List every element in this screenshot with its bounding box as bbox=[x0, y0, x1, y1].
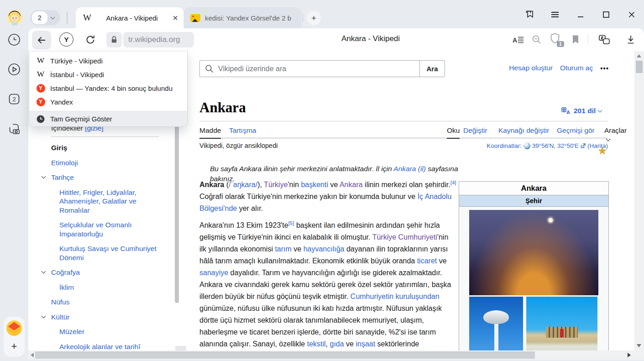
sidebar: 2 + bbox=[0, 28, 28, 361]
toc-item[interactable]: Hititler, Frigler, Lidyalılar, Ahamenişl… bbox=[41, 188, 161, 215]
toc-item[interactable]: Coğrafya bbox=[41, 268, 161, 277]
article-title: Ankara bbox=[199, 99, 246, 116]
chevron-down-icon[interactable] bbox=[42, 269, 46, 274]
svg-text:2: 2 bbox=[12, 96, 16, 103]
chevron-down-icon bbox=[606, 137, 611, 141]
coordinates-value[interactable]: 39°56′N, 32°50′E bbox=[532, 142, 579, 149]
tab-article[interactable]: Madde bbox=[199, 126, 221, 135]
language-selector[interactable]: A 201 dil bbox=[561, 107, 602, 115]
sidebar-widgets-panel: + bbox=[4, 317, 25, 357]
tab-ankara-vikipedi[interactable]: W Ankara - Vikipedi × bbox=[76, 7, 183, 28]
scroll-right-arrow-icon[interactable] bbox=[628, 353, 631, 357]
divider bbox=[51, 136, 159, 137]
tabs-panel-button[interactable]: 2 bbox=[7, 92, 21, 106]
mail-button[interactable] bbox=[6, 320, 22, 336]
horizontal-scrollbar-thumb[interactable] bbox=[35, 351, 535, 359]
side-panels-button[interactable] bbox=[523, 8, 536, 21]
new-tab-button[interactable]: + bbox=[307, 11, 321, 25]
toc-item[interactable]: Kültür bbox=[41, 313, 161, 322]
tower-shaft bbox=[494, 320, 498, 351]
infobox-image-collage bbox=[459, 207, 608, 351]
wikipedia-w-icon: W bbox=[37, 56, 44, 65]
video-button[interactable] bbox=[7, 63, 21, 76]
divider bbox=[199, 121, 608, 121]
profile-avatar[interactable] bbox=[6, 9, 23, 26]
svg-text:A: A bbox=[566, 110, 570, 115]
history-item[interactable]: W Türkiye - Vikipedi bbox=[29, 54, 187, 68]
tab-counter[interactable]: 2 bbox=[30, 10, 60, 26]
coordinates-label[interactable]: Koordinatlar: bbox=[487, 142, 522, 149]
tab-edit[interactable]: Değiştir bbox=[463, 126, 487, 135]
history-item[interactable]: Y Istanbul — Yandex: 4 bin sonuç bulundu bbox=[29, 81, 187, 95]
find-zoom-button[interactable] bbox=[530, 33, 543, 46]
chevron-down-icon[interactable] bbox=[42, 174, 46, 179]
chevron-down-icon bbox=[598, 108, 602, 113]
tab-edit-source[interactable]: Kaynağı değiştir bbox=[498, 126, 549, 135]
yandex-button[interactable]: Y bbox=[59, 32, 73, 47]
downloads-button[interactable] bbox=[624, 33, 637, 46]
protect-button[interactable]: 1 bbox=[549, 32, 563, 47]
site-security-button[interactable] bbox=[106, 32, 122, 47]
translate-button[interactable] bbox=[598, 33, 611, 46]
vertical-scrollbar[interactable] bbox=[634, 51, 644, 351]
address-bar[interactable]: tr.wikipedia.org bbox=[123, 32, 194, 47]
close-tab-icon[interactable]: × bbox=[173, 13, 178, 22]
reload-button[interactable] bbox=[84, 33, 97, 46]
toc-item[interactable]: Müzeler bbox=[41, 327, 161, 336]
more-options-button[interactable]: ••• bbox=[600, 64, 609, 72]
tab-tools[interactable]: Araçlar bbox=[604, 126, 627, 143]
close-window-button[interactable] bbox=[625, 8, 638, 21]
toc-item[interactable]: Giriş bbox=[41, 143, 161, 152]
chevron-down-icon[interactable] bbox=[42, 314, 46, 318]
external-link-icon bbox=[581, 143, 586, 148]
search-submit-button[interactable]: Ara bbox=[419, 61, 445, 77]
scroll-left-arrow-icon[interactable] bbox=[31, 353, 34, 357]
maximize-button[interactable] bbox=[600, 8, 613, 21]
tab-history[interactable]: Geçmişi gör bbox=[557, 126, 595, 135]
toc-scrollbar[interactable] bbox=[175, 124, 179, 303]
toc-item[interactable]: Arkeolojik alanlar ve tarihî kalıntılar bbox=[41, 342, 161, 351]
wiki-search-box: Ara bbox=[199, 60, 445, 77]
tab-yandex-gorsel[interactable]: kedisi: Yandex Görsel'de 2 b bbox=[184, 7, 301, 28]
screenshot-button[interactable] bbox=[7, 122, 21, 136]
history-item[interactable]: Y Yandex bbox=[29, 95, 187, 109]
tab-talk[interactable]: Tartışma bbox=[229, 126, 256, 135]
add-widget-button[interactable]: + bbox=[4, 339, 25, 354]
divider bbox=[588, 34, 588, 45]
globe-icon[interactable] bbox=[524, 142, 530, 149]
vertical-scrollbar-thumb[interactable] bbox=[636, 61, 643, 73]
toc-item[interactable]: İklim bbox=[41, 283, 161, 292]
back-button[interactable] bbox=[32, 31, 51, 49]
toc-item[interactable]: Tarihçe bbox=[41, 173, 161, 182]
anitkabir-photo[interactable] bbox=[526, 297, 597, 351]
show-full-history-button[interactable]: Tam Geçmişi Göster bbox=[29, 111, 187, 126]
toc-item[interactable]: Nüfus bbox=[41, 298, 161, 307]
toolbar-page-title: Ankara - Vikipedi bbox=[257, 34, 485, 43]
toc-item[interactable]: Selçuklular ve Osmanlı İmparatorluğu bbox=[41, 220, 161, 238]
atakule-tower-photo[interactable] bbox=[469, 297, 523, 351]
search-input[interactable] bbox=[218, 61, 419, 77]
paragraph-economy: Ankara'nın 13 Ekim 1923'te[5] başkent il… bbox=[199, 220, 456, 351]
browser-menu-button[interactable] bbox=[549, 8, 561, 21]
tab-read[interactable]: Oku bbox=[447, 126, 460, 135]
mail-icon bbox=[6, 320, 22, 336]
bookmark-button[interactable] bbox=[569, 33, 582, 46]
toc-list: Giriş Etimoloji Tarihçe Hititler, Frigle… bbox=[41, 143, 178, 351]
yandex-y-icon: Y bbox=[37, 98, 45, 106]
table-of-contents: İçindekiler [gizle] Giriş Etimoloji Tari… bbox=[41, 124, 178, 351]
reload-icon bbox=[84, 33, 97, 46]
scroll-up-arrow-icon[interactable] bbox=[637, 54, 641, 58]
language-count: 201 dil bbox=[574, 107, 596, 115]
history-item[interactable]: W İstanbul - Vikipedi bbox=[29, 68, 187, 81]
wikipedia-w-icon: W bbox=[37, 70, 44, 79]
scroll-down-arrow-icon[interactable] bbox=[637, 344, 641, 347]
toc-item[interactable]: Etimoloji bbox=[41, 158, 161, 167]
skyline-night-photo[interactable] bbox=[469, 210, 598, 295]
log-in-link[interactable]: Oturum aç bbox=[560, 64, 593, 72]
horizontal-scrollbar[interactable] bbox=[28, 351, 634, 360]
minimize-button[interactable] bbox=[574, 8, 587, 21]
history-button[interactable] bbox=[7, 33, 21, 47]
reader-mode-button[interactable]: A bbox=[512, 33, 525, 46]
toc-item[interactable]: Kurtuluş Savaşı ve Cumhuriyet Dönemi bbox=[41, 244, 161, 262]
create-account-link[interactable]: Hesap oluştur bbox=[509, 64, 553, 72]
